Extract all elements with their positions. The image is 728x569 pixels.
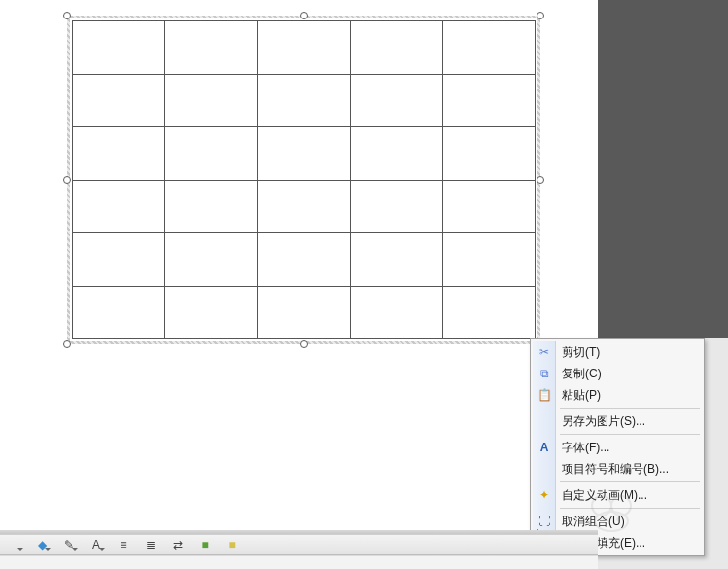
menu-item-label: 另存为图片(S)...	[562, 413, 645, 430]
table-cell[interactable]	[350, 233, 442, 287]
table-cell[interactable]	[165, 180, 258, 233]
resize-handle-w[interactable]	[63, 176, 71, 184]
toolbar-shape-yellow-button[interactable]: ■	[222, 536, 243, 553]
lines1-icon: ≡	[120, 538, 126, 551]
menu-item-label: 项目符号和编号(B)...	[562, 461, 669, 478]
table-cell[interactable]	[442, 21, 535, 75]
slide-canvas	[0, 0, 598, 530]
toolbar-picture-button[interactable]	[4, 536, 25, 553]
resize-handle-e[interactable]	[537, 176, 544, 184]
table-object[interactable]	[67, 16, 540, 344]
chevron-down-icon	[72, 548, 78, 551]
resize-handle-sw[interactable]	[63, 340, 71, 348]
table-cell[interactable]	[165, 21, 258, 75]
table-cell[interactable]	[73, 21, 165, 75]
menu-item-copy[interactable]: ⧉复制(C)	[533, 363, 702, 384]
table-cell[interactable]	[442, 286, 535, 339]
menu-item-label: 剪切(T)	[562, 344, 600, 361]
cut-icon: ✂	[537, 344, 552, 360]
toolbar-pen-button[interactable]: ✎	[58, 536, 80, 553]
menu-item-label: 自定义动画(M)...	[562, 487, 647, 504]
copy-icon: ⧉	[537, 366, 552, 381]
resize-handle-nw[interactable]	[63, 12, 71, 19]
table-cell[interactable]	[258, 21, 350, 75]
table-cell[interactable]	[350, 180, 442, 233]
context-menu-separator	[560, 434, 700, 435]
table-cell[interactable]	[350, 74, 442, 127]
table-cell[interactable]	[73, 233, 165, 287]
table-grid[interactable]	[72, 20, 536, 339]
bottom-toolbar: ◆✎A≡≣⇄■■	[0, 534, 598, 555]
status-bar	[0, 555, 598, 569]
resize-handle-ne[interactable]	[537, 12, 544, 19]
menu-item-paste[interactable]: 📋粘贴(P)	[533, 384, 702, 406]
table-cell[interactable]	[258, 74, 350, 127]
table-cell[interactable]	[165, 127, 258, 181]
shape-green-icon: ■	[201, 538, 208, 551]
table-cell[interactable]	[350, 127, 442, 181]
toolbar-shape-green-button[interactable]: ■	[194, 536, 216, 553]
menu-item-font[interactable]: A字体(F)...	[533, 437, 702, 458]
table-cell[interactable]	[258, 180, 350, 233]
chevron-down-icon	[17, 548, 23, 551]
resize-handle-n[interactable]	[300, 12, 308, 19]
menu-item-bullets[interactable]: 项目符号和编号(B)...	[533, 458, 702, 480]
table-cell[interactable]	[73, 180, 165, 233]
table-cell[interactable]	[258, 233, 350, 287]
table-cell[interactable]	[350, 21, 442, 75]
toolbar-bucket-button[interactable]: ◆	[31, 536, 52, 553]
table-cell[interactable]	[258, 127, 350, 181]
save-as-pic-icon	[537, 413, 552, 429]
menu-item-ungroup[interactable]: ⛶取消组合(U)	[533, 511, 702, 532]
context-menu-separator	[560, 508, 700, 509]
custom-anim-icon: ✦	[537, 487, 552, 503]
table-cell[interactable]	[442, 180, 535, 233]
chevron-down-icon	[99, 548, 105, 551]
table-cell[interactable]	[73, 74, 165, 127]
menu-item-custom-anim[interactable]: ✦自定义动画(M)...	[533, 484, 702, 506]
context-menu-separator	[560, 408, 700, 409]
lines2-icon: ≣	[146, 538, 156, 551]
table-cell[interactable]	[165, 286, 258, 339]
ungroup-icon: ⛶	[537, 514, 552, 529]
arrows-icon: ⇄	[173, 538, 183, 551]
font-icon: A	[537, 440, 552, 455]
table-cell[interactable]	[258, 286, 350, 339]
table-cell[interactable]	[165, 233, 258, 287]
menu-item-label: 粘贴(P)	[562, 387, 601, 404]
menu-item-save-as-pic[interactable]: 另存为图片(S)...	[533, 410, 702, 432]
table-cell[interactable]	[442, 127, 535, 181]
toolbar-lines1-button[interactable]: ≡	[113, 536, 134, 553]
menu-item-label: 字体(F)...	[562, 440, 609, 456]
chevron-down-icon	[45, 548, 51, 551]
toolbar-lines2-button[interactable]: ≣	[140, 536, 161, 553]
workspace-background	[598, 0, 728, 338]
toolbar-font-color-button[interactable]: A	[86, 536, 107, 553]
menu-item-label: 取消组合(U)	[562, 514, 625, 530]
table-cell[interactable]	[442, 74, 535, 127]
table-cell[interactable]	[442, 233, 535, 287]
table-cell[interactable]	[73, 127, 165, 181]
bullets-icon	[537, 461, 552, 477]
table-cell[interactable]	[350, 286, 442, 339]
resize-handle-s[interactable]	[300, 340, 308, 348]
shape-yellow-icon: ■	[228, 538, 235, 551]
context-menu[interactable]: ✂剪切(T)⧉复制(C)📋粘贴(P)另存为图片(S)...A字体(F)...项目…	[530, 338, 705, 556]
paste-icon: 📋	[537, 387, 552, 403]
context-menu-separator	[560, 481, 700, 482]
menu-item-label: 复制(C)	[562, 366, 602, 382]
table-cell[interactable]	[165, 74, 258, 127]
toolbar-arrows-button[interactable]: ⇄	[167, 536, 189, 553]
table-cell[interactable]	[73, 286, 165, 339]
menu-item-cut[interactable]: ✂剪切(T)	[533, 341, 702, 363]
